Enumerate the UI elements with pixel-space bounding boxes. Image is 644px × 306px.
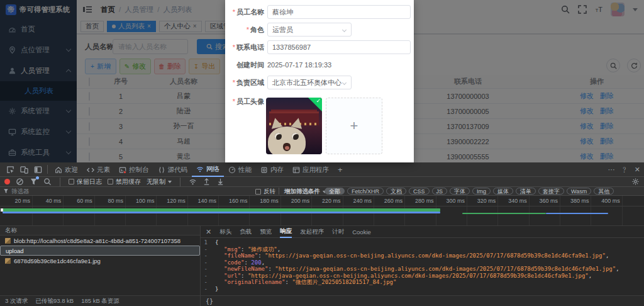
- network-body: 名称 blob:http://localhost/c8d5e8a2-a81c-4…: [0, 226, 644, 306]
- filter-chip-js[interactable]: JS: [432, 188, 448, 195]
- line-number: -: [201, 279, 212, 286]
- clear-network-log-icon[interactable]: [16, 178, 24, 186]
- details-tab-headers[interactable]: 标头: [219, 226, 231, 238]
- devtools-tabs: 欢迎元素控制台源代码网络性能内存应用程序: [50, 162, 333, 176]
- network-conditions-icon[interactable]: [189, 178, 197, 186]
- devtools-tab-network[interactable]: 网络: [192, 162, 224, 177]
- devtools-tab-application[interactable]: 应用程序: [288, 162, 333, 177]
- timeline-gridline: [497, 196, 498, 225]
- error-badge: [123, 171, 126, 174]
- created-time-label: 创建时间: [225, 58, 264, 72]
- json-text: "originalFilename": "微信图片_20250518201517…: [212, 279, 396, 286]
- details-tab-response[interactable]: 响应: [280, 226, 292, 238]
- devtools-tab-performance[interactable]: 性能: [224, 162, 256, 177]
- request-type-chips: 全部Fetch/XHR文档CSSJS字体Img媒体清单套接字Wasm其他: [325, 188, 614, 195]
- details-tab-payload[interactable]: 负载: [240, 226, 252, 238]
- help-icon[interactable]: ﹖: [621, 165, 628, 174]
- export-har-icon[interactable]: [216, 178, 225, 186]
- timeline-gridline: [529, 196, 530, 225]
- timeline-tick-label: 180 ms: [260, 198, 280, 204]
- json-text: "url": "https://java-geqian.oss-cn-beiji…: [212, 273, 592, 280]
- json-line: -"fileName": "https://java-geqian.oss-cn…: [201, 252, 644, 259]
- plus-icon: +: [350, 118, 358, 134]
- preserve-log-checkbox[interactable]: 保留日志: [69, 178, 102, 186]
- details-tab-preview[interactable]: 预览: [260, 226, 272, 238]
- tab-label: 应用程序: [303, 166, 329, 174]
- dropdown-arrow-icon: [168, 181, 172, 183]
- details-tab-cookie[interactable]: Cookie: [352, 226, 371, 238]
- filter-active-dot: [36, 176, 39, 179]
- device-toolbar-icon[interactable]: [17, 162, 31, 176]
- more-panels-button[interactable]: +: [333, 165, 347, 174]
- details-tab-initiator[interactable]: 发起程序: [300, 226, 324, 238]
- close-devtools-icon[interactable]: ✕: [635, 166, 640, 174]
- filter-chip-media[interactable]: 媒体: [493, 188, 513, 195]
- request-row[interactable]: blob:http://localhost/c8d5e8a2-a81c-4b8d…: [0, 235, 200, 246]
- inspect-element-icon[interactable]: [3, 162, 17, 176]
- upload-avatar-button[interactable]: +: [326, 98, 382, 154]
- request-row[interactable]: upload: [0, 246, 200, 256]
- filter-chip-wasm[interactable]: Wasm: [567, 188, 591, 195]
- details-tab-timing[interactable]: 计时: [332, 226, 344, 238]
- filter-chip-manifest[interactable]: 清单: [516, 188, 536, 195]
- line-number: -: [201, 266, 212, 273]
- filter-input[interactable]: 筛选器: [11, 188, 30, 196]
- json-text: }: [212, 286, 218, 293]
- devtools-tab-elements[interactable]: 元素: [82, 162, 114, 177]
- json-line: -"originalFilename": "微信图片_2025051820151…: [201, 279, 644, 286]
- transferred-size: 已传输93.8 kB: [35, 297, 74, 305]
- throttling-select[interactable]: 无限制: [147, 178, 172, 186]
- json-text: "newFileName": "https://java-geqian.oss-…: [212, 266, 619, 273]
- network-settings-gear-icon[interactable]: [631, 178, 640, 186]
- region-select[interactable]: 北京市北五环奥体中心: [267, 76, 352, 89]
- devtools-tabbar: 欢迎元素控制台源代码网络性能内存应用程序 + ⋯ ﹖ ✕: [0, 162, 644, 177]
- filter-chip-socket[interactable]: 套接字: [538, 188, 564, 195]
- employee-name-input[interactable]: 蔡徐坤: [267, 5, 411, 19]
- json-line: -"newFileName": "https://java-geqian.oss…: [201, 266, 644, 273]
- filter-toggle-icon[interactable]: [30, 178, 38, 186]
- tab-label: 欢迎: [65, 166, 78, 174]
- line-number: -: [201, 246, 212, 253]
- record-network-log-button[interactable]: [4, 179, 10, 184]
- json-text: {: [212, 239, 218, 246]
- request-count: 3 次请求: [5, 297, 28, 305]
- filter-chip-font[interactable]: 字体: [450, 188, 470, 195]
- phone-input[interactable]: 1337856987: [267, 40, 411, 54]
- devtools-tab-memory[interactable]: 内存: [256, 162, 288, 177]
- phone-field-label: *联系电话: [225, 40, 264, 54]
- divider: [180, 178, 180, 186]
- timeline-tick-label: 240 ms: [353, 198, 374, 204]
- response-json-view[interactable]: 1{-"msg": "操作成功",-"fileName": "https://j…: [201, 238, 644, 295]
- filter-chip-img[interactable]: Img: [472, 188, 491, 195]
- disable-cache-checkbox[interactable]: 禁用缓存: [108, 178, 141, 186]
- import-har-icon[interactable]: [203, 178, 211, 186]
- more-filters-dropdown[interactable]: 增加筛选条件: [284, 188, 326, 196]
- filter-chip-fetch-xhr[interactable]: Fetch/XHR: [347, 188, 384, 195]
- request-list-header[interactable]: 名称: [0, 226, 200, 235]
- checkbox-icon: [108, 179, 113, 184]
- devtools-tab-sources[interactable]: 源代码: [153, 162, 192, 177]
- screen: 帝 帝可得管理系统 首页点位管理人员管理人员列表系统管理系统监控系统工具 首页/…: [0, 0, 644, 306]
- timeline-tick-label: 400 ms: [601, 198, 622, 204]
- pretty-print-toggle[interactable]: {}: [206, 298, 213, 305]
- filter-chip-all[interactable]: 全部: [325, 188, 345, 195]
- filter-chip-css[interactable]: CSS: [409, 188, 430, 195]
- dock-side-icon[interactable]: [31, 162, 45, 176]
- filter-chip-other[interactable]: 其他: [594, 188, 614, 195]
- more-options-icon[interactable]: ⋯: [608, 166, 615, 174]
- filter-chip-doc[interactable]: 文档: [386, 188, 406, 195]
- invert-filter-checkbox[interactable]: 反转: [255, 188, 275, 196]
- request-row[interactable]: 6878d59b39c8e1dc46cfa9e1.jpg: [0, 256, 200, 266]
- uploaded-avatar-image[interactable]: ✓: [266, 98, 322, 154]
- employee-dialog: *员工名称 蔡徐坤 *角色 运营员 *联系电话 1337856987 创建时间 …: [225, 0, 414, 162]
- sources-icon: [158, 166, 165, 174]
- line-number: -: [201, 259, 212, 266]
- search-network-icon[interactable]: [43, 178, 52, 186]
- network-overview-timeline[interactable]: 20 ms40 ms60 ms80 ms100 ms120 ms140 ms16…: [0, 196, 644, 226]
- admin-app: 帝 帝可得管理系统 首页点位管理人员管理人员列表系统管理系统监控系统工具 首页/…: [0, 0, 644, 162]
- close-details-icon[interactable]: ✕: [206, 228, 211, 236]
- devtools-tab-welcome[interactable]: 欢迎: [50, 162, 82, 177]
- role-select[interactable]: 运营员: [267, 23, 352, 37]
- devtools-tab-console[interactable]: 控制台: [114, 162, 153, 177]
- divider: [60, 178, 60, 186]
